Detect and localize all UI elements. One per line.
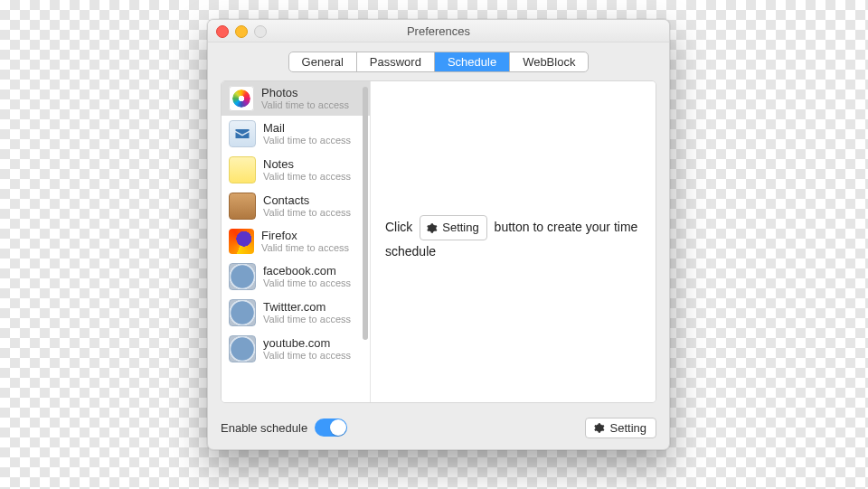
- list-item[interactable]: Photos Valid time to access: [222, 81, 370, 116]
- tab-password[interactable]: Password: [357, 52, 435, 71]
- notes-icon: [229, 156, 256, 183]
- list-item[interactable]: Firefox Valid time to access: [222, 224, 370, 259]
- tab-webblock[interactable]: WebBlock: [510, 52, 588, 71]
- scroll-thumb[interactable]: [363, 87, 368, 340]
- setting-inline-button[interactable]: Setting: [420, 215, 486, 240]
- list-item[interactable]: Contacts Valid time to access: [222, 188, 370, 224]
- sidebar-scrollbar[interactable]: [363, 87, 368, 397]
- app-sidebar: Photos Valid time to access Mail Valid t…: [222, 81, 371, 402]
- minimize-icon[interactable]: [235, 25, 248, 38]
- enable-schedule-group: Enable schedule: [221, 418, 347, 437]
- firefox-icon: [229, 229, 254, 254]
- tab-schedule[interactable]: Schedule: [435, 52, 510, 71]
- list-item-subtitle: Valid time to access: [261, 242, 349, 254]
- enable-schedule-label: Enable schedule: [221, 421, 307, 435]
- photos-icon: [229, 86, 254, 111]
- list-item[interactable]: Mail Valid time to access: [222, 116, 370, 152]
- toggle-knob: [330, 419, 346, 436]
- list-item[interactable]: youtube.com Valid time to access: [222, 331, 370, 367]
- list-item-subtitle: Valid time to access: [263, 207, 351, 219]
- gear-icon: [593, 422, 605, 434]
- gear-icon: [426, 222, 438, 234]
- list-item-label: Twittter.com: [263, 300, 351, 314]
- maximize-icon: [254, 25, 267, 38]
- list-item-label: facebook.com: [263, 264, 351, 277]
- preferences-window: Preferences General Password Schedule We…: [207, 19, 670, 450]
- window-title: Preferences: [407, 24, 470, 38]
- list-item-subtitle: Valid time to access: [261, 99, 349, 111]
- tab-bar: General Password Schedule WebBlock: [288, 52, 590, 72]
- hint-text-before: Click: [385, 220, 412, 234]
- setting-inline-label: Setting: [442, 217, 478, 239]
- list-item-subtitle: Valid time to access: [263, 277, 351, 289]
- tabs-row: General Password Schedule WebBlock: [208, 42, 669, 80]
- list-item[interactable]: facebook.com Valid time to access: [222, 259, 370, 295]
- list-item-label: Contacts: [263, 193, 351, 207]
- list-item-subtitle: Valid time to access: [263, 314, 351, 325]
- tab-general[interactable]: General: [289, 52, 357, 71]
- detail-pane: Click Setting button to create your time…: [371, 81, 656, 402]
- list-item-subtitle: Valid time to access: [263, 171, 351, 183]
- safari-icon: [229, 299, 256, 326]
- window-controls: [216, 25, 267, 38]
- list-item[interactable]: Notes Valid time to access: [222, 152, 370, 188]
- list-item-subtitle: Valid time to access: [263, 350, 351, 362]
- list-item-subtitle: Valid time to access: [263, 135, 351, 146]
- setting-button-label: Setting: [610, 421, 646, 435]
- setting-button[interactable]: Setting: [585, 418, 656, 438]
- close-icon[interactable]: [216, 25, 229, 38]
- list-item-label: Firefox: [261, 229, 349, 242]
- list-item-label: Mail: [263, 121, 351, 135]
- list-item[interactable]: Twittter.com Valid time to access: [222, 295, 370, 331]
- panel: Photos Valid time to access Mail Valid t…: [221, 80, 656, 403]
- titlebar: Preferences: [208, 20, 669, 42]
- safari-icon: [229, 335, 256, 362]
- contacts-icon: [229, 193, 256, 220]
- safari-icon: [229, 263, 256, 290]
- empty-schedule-hint: Click Setting button to create your time…: [385, 215, 641, 262]
- mail-icon: [229, 120, 256, 147]
- bottom-bar: Enable schedule Setting: [221, 415, 656, 440]
- enable-schedule-toggle[interactable]: [315, 418, 347, 437]
- list-item-label: Notes: [263, 157, 351, 171]
- list-item-label: youtube.com: [263, 336, 351, 350]
- list-item-label: Photos: [261, 86, 349, 99]
